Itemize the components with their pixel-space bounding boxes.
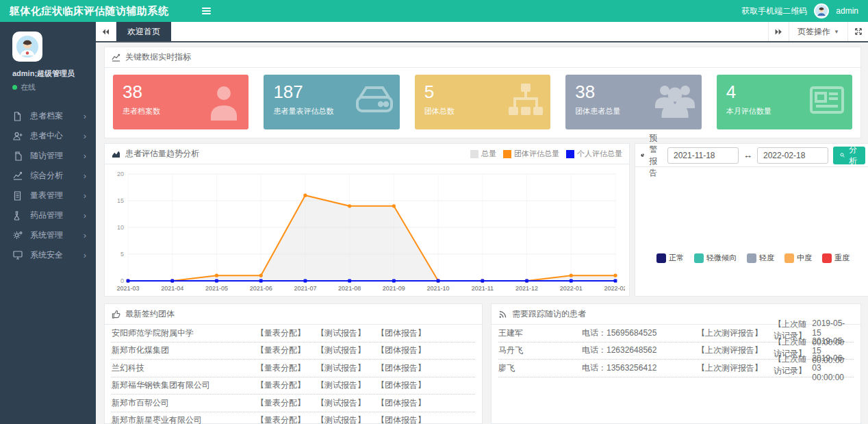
stat-card-scale-assessments[interactable]: 187 患者量表评估总数 xyxy=(264,75,399,129)
scale-assign-link[interactable]: 【量表分配】 xyxy=(256,414,305,424)
analyze-button[interactable]: 分析 xyxy=(833,147,865,164)
sidebar-item-system-security[interactable]: 系统安全 › xyxy=(0,245,96,265)
key-indicators-panel: 关键数据实时指标 38 患者档案数 187 患者量表评估总数 xyxy=(104,47,861,138)
profile-avatar[interactable] xyxy=(12,32,42,62)
tabbar-spacer xyxy=(171,22,768,41)
app-window: 躯体化症状临床评估随访辅助系统 获取手机端二维码 admin xyxy=(0,0,868,424)
group-report-link[interactable]: 【团体报告】 xyxy=(376,414,426,424)
trend-line-chart: 051015202021-032021-042021-052021-062021… xyxy=(109,167,625,295)
test-report-link[interactable]: 【测试报告】 xyxy=(316,379,366,391)
scale-assign-link[interactable]: 【量表分配】 xyxy=(256,379,305,391)
sitemap-icon xyxy=(507,82,545,118)
legend-label: 个人评估总量 xyxy=(577,149,622,159)
test-report-link[interactable]: 【测试报告】 xyxy=(316,345,366,356)
sidebar-item-comprehensive-analysis[interactable]: 综合分析 › xyxy=(0,166,96,186)
svg-text:2021-11: 2021-11 xyxy=(472,285,494,292)
panel-title: 患者评估量趋势分析 xyxy=(125,148,199,160)
thumbs-up-icon xyxy=(112,310,120,319)
test-report-link[interactable]: 【测试报告】 xyxy=(316,327,366,339)
legend-label: 中度 xyxy=(797,253,812,263)
tab-welcome-home[interactable]: 欢迎首页 xyxy=(116,22,171,41)
group-report-link[interactable]: 【团体报告】 xyxy=(376,379,426,391)
group-row: 新郑市化煤集团 【量表分配】【测试报告】【团体报告】 xyxy=(112,342,475,360)
scale-assign-link[interactable]: 【量表分配】 xyxy=(256,397,305,409)
fullscreen-button[interactable] xyxy=(847,22,868,41)
group-report-link[interactable]: 【团体报告】 xyxy=(376,362,426,374)
file-copy-icon xyxy=(12,151,23,161)
file-icon xyxy=(12,112,23,121)
sidebar-item-drug-management[interactable]: 药品管理 › xyxy=(0,205,96,225)
test-report-link[interactable]: 【测试报告】 xyxy=(316,362,366,374)
tabs-scroll-left-button[interactable] xyxy=(96,22,116,41)
date-to-input[interactable] xyxy=(757,147,828,164)
date-from-input[interactable] xyxy=(667,147,739,164)
scale-assign-link[interactable]: 【量表分配】 xyxy=(256,327,305,339)
group-report-link[interactable]: 【团体报告】 xyxy=(376,397,426,409)
legend-label: 团体评估总量 xyxy=(514,149,559,159)
online-dot-icon xyxy=(12,85,17,90)
group-name: 新郑市化煤集团 xyxy=(112,345,256,356)
scale-assign-link[interactable]: 【量表分配】 xyxy=(256,362,305,374)
flask-icon xyxy=(12,211,23,221)
sidebar-item-patient-center[interactable]: 患者中心 › xyxy=(0,126,96,146)
double-chevron-right-icon xyxy=(775,29,782,35)
group-name: 新郑市新星枣业有限公司 xyxy=(112,414,256,424)
last-followup-record-link[interactable]: 【上次随访记录】 xyxy=(774,353,809,382)
user-plus-icon xyxy=(12,132,23,140)
search-icon xyxy=(840,151,845,159)
group-report-link[interactable]: 【团体报告】 xyxy=(376,327,426,339)
followup-date: 2019-06-03 00:00:00 xyxy=(812,353,854,382)
trend-chart-panel: 患者评估量趋势分析 总量 团体评估总量 个人评估总量 051015202021-… xyxy=(104,143,630,297)
test-report-link[interactable]: 【测试报告】 xyxy=(316,397,366,409)
phone-label: 电话： xyxy=(582,328,607,338)
last-assessment-report-link[interactable]: 【上次测评报告】 xyxy=(697,345,763,355)
tab-operations-dropdown[interactable]: 页签操作 ▼ xyxy=(789,22,847,41)
svg-text:2021-07: 2021-07 xyxy=(294,285,316,292)
sidebar-item-followup-management[interactable]: 随访管理 › xyxy=(0,146,96,166)
cogs-icon xyxy=(12,231,23,240)
group-report-link[interactable]: 【团体报告】 xyxy=(376,345,426,356)
qr-code-link[interactable]: 获取手机端二维码 xyxy=(741,5,807,17)
stat-card-group-total[interactable]: 5 团体总数 xyxy=(415,75,550,129)
patient-phone: 电话：12632648562 xyxy=(582,345,697,356)
svg-text:2021-04: 2021-04 xyxy=(161,285,183,292)
warning-report-panel: 预警报告 ↔ 分析 正常 轻微倾向 轻度 中度 重度 xyxy=(635,143,868,297)
last-assessment-report-link[interactable]: 【上次测评报告】 xyxy=(697,328,763,338)
group-row: 安阳师范学院附属中学 【量表分配】【测试报告】【团体报告】 xyxy=(112,325,475,342)
svg-text:2021-06: 2021-06 xyxy=(250,285,272,292)
tab-operations-label: 页签操作 xyxy=(797,26,830,38)
warning-legend: 正常 轻微倾向 轻度 中度 重度 xyxy=(635,253,868,263)
group-name: 安阳师范学院附属中学 xyxy=(112,327,256,339)
signed-groups-panel: 最新签约团体 安阳师范学院附属中学 【量表分配】【测试报告】【团体报告】 新郑市… xyxy=(104,303,483,424)
sidebar-item-system-management[interactable]: 系统管理 › xyxy=(0,225,96,245)
stat-card-patient-archives[interactable]: 38 患者档案数 xyxy=(113,75,248,129)
user-avatar[interactable] xyxy=(814,3,829,18)
chevron-right-icon: › xyxy=(84,131,86,141)
sidebar-item-patient-archive[interactable]: 患者档案 › xyxy=(0,106,96,126)
phone-number: 15695684525 xyxy=(607,328,656,338)
tab-label: 欢迎首页 xyxy=(127,26,160,38)
svg-text:2021-09: 2021-09 xyxy=(383,285,405,292)
scale-assign-link[interactable]: 【量表分配】 xyxy=(256,345,305,356)
group-row: 新郑市新星枣业有限公司 【量表分配】【测试报告】【团体报告】 xyxy=(112,412,475,424)
chevron-right-icon: › xyxy=(84,210,86,221)
test-report-link[interactable]: 【测试报告】 xyxy=(316,414,366,424)
profile-name: admin;超级管理员 xyxy=(12,68,96,79)
phone-label: 电话： xyxy=(582,363,607,373)
username-label[interactable]: admin xyxy=(836,6,858,16)
online-status: 在线 xyxy=(12,82,96,92)
newspaper-icon xyxy=(807,82,847,116)
sidebar-menu: 患者档案 › 患者中心 › 随访管理 › 综合分析 › 量表管理 xyxy=(0,106,96,265)
svg-text:2021-05: 2021-05 xyxy=(205,285,228,292)
pie-chart-icon xyxy=(641,151,644,160)
doctor-avatar-icon xyxy=(16,35,39,58)
patient-phone: 电话：13563256412 xyxy=(582,362,697,374)
legend-swatch xyxy=(747,253,756,263)
stat-card-group-patients[interactable]: 38 团体患者总量 xyxy=(565,75,701,129)
sidebar-item-scale-management[interactable]: 量表管理 › xyxy=(0,186,96,205)
trend-legend: 总量 团体评估总量 个人评估总量 xyxy=(470,149,622,159)
last-assessment-report-link[interactable]: 【上次测评报告】 xyxy=(697,363,763,373)
hamburger-menu-icon[interactable] xyxy=(202,8,211,14)
stat-card-month-assessments[interactable]: 4 本月评估数量 xyxy=(717,75,852,129)
tabs-scroll-right-button[interactable] xyxy=(768,22,789,41)
